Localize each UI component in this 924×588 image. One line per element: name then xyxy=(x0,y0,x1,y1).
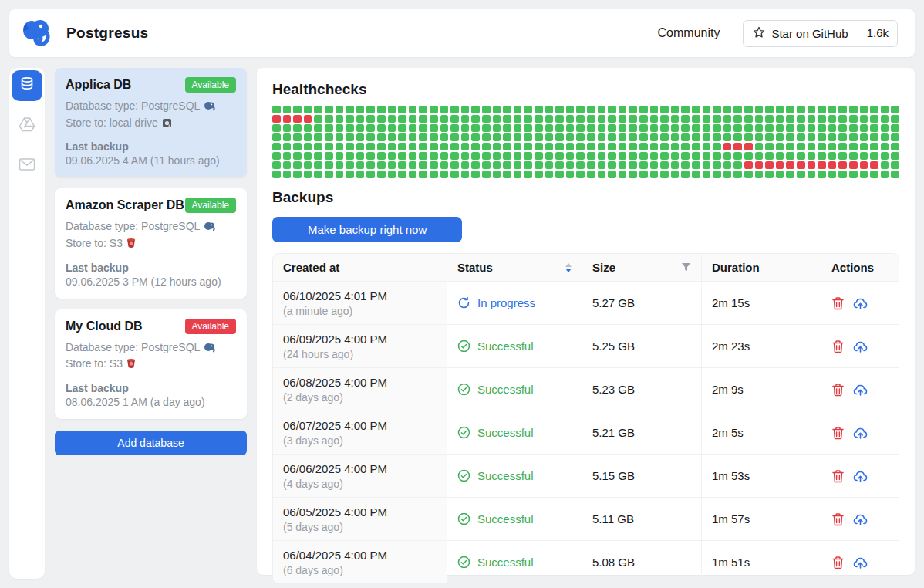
healthcheck-cell-ok[interactable] xyxy=(744,106,753,113)
healthcheck-cell-ok[interactable] xyxy=(838,124,847,132)
healthcheck-cell-ok[interactable] xyxy=(797,133,805,141)
healthcheck-cell-ok[interactable] xyxy=(692,124,700,132)
healthcheck-cell-ok[interactable] xyxy=(755,115,764,123)
healthcheck-cell-failed[interactable] xyxy=(828,161,837,169)
healthcheck-cell-ok[interactable] xyxy=(419,106,427,113)
restore-backup-button[interactable] xyxy=(853,512,868,526)
healthcheck-cell-ok[interactable] xyxy=(765,133,774,141)
healthcheck-cell-ok[interactable] xyxy=(650,124,659,132)
healthcheck-cell-ok[interactable] xyxy=(493,106,501,113)
healthcheck-cell-ok[interactable] xyxy=(388,143,396,150)
healthcheck-cell-ok[interactable] xyxy=(503,115,511,123)
healthcheck-cell-ok[interactable] xyxy=(703,152,711,160)
healthcheck-cell-ok[interactable] xyxy=(838,115,847,123)
healthcheck-cell-ok[interactable] xyxy=(314,152,322,160)
healthcheck-cell-ok[interactable] xyxy=(849,124,858,132)
healthcheck-cell-ok[interactable] xyxy=(356,161,365,169)
healthcheck-cell-ok[interactable] xyxy=(398,152,406,160)
healthcheck-cell-ok[interactable] xyxy=(493,152,501,160)
healthcheck-cell-ok[interactable] xyxy=(545,106,554,113)
healthcheck-cell-ok[interactable] xyxy=(671,124,680,132)
healthcheck-cell-ok[interactable] xyxy=(660,124,669,132)
delete-backup-button[interactable] xyxy=(831,296,845,310)
delete-backup-button[interactable] xyxy=(831,469,845,483)
healthcheck-cell-ok[interactable] xyxy=(314,115,322,123)
healthcheck-cell-ok[interactable] xyxy=(461,143,470,150)
healthcheck-cell-ok[interactable] xyxy=(503,133,511,141)
healthcheck-cell-ok[interactable] xyxy=(503,161,511,169)
healthcheck-cell-ok[interactable] xyxy=(849,115,858,123)
healthcheck-cell-ok[interactable] xyxy=(723,106,732,113)
healthcheck-cell-ok[interactable] xyxy=(860,124,868,132)
healthcheck-cell-ok[interactable] xyxy=(681,161,690,169)
healthcheck-cell-ok[interactable] xyxy=(681,152,690,160)
healthcheck-cell-ok[interactable] xyxy=(304,143,312,150)
database-card[interactable]: My Cloud DBAvailableDatabase type: Postg… xyxy=(55,309,247,419)
healthcheck-cell-ok[interactable] xyxy=(608,161,616,169)
healthcheck-cell-ok[interactable] xyxy=(692,152,700,160)
healthcheck-cell-ok[interactable] xyxy=(325,106,333,113)
healthcheck-cell-ok[interactable] xyxy=(272,161,281,169)
healthcheck-cell-ok[interactable] xyxy=(650,115,659,123)
healthcheck-cell-ok[interactable] xyxy=(639,133,648,141)
healthcheck-cell-ok[interactable] xyxy=(713,106,721,113)
healthcheck-cell-ok[interactable] xyxy=(471,106,480,113)
healthcheck-cell-ok[interactable] xyxy=(650,106,659,113)
healthcheck-cell-failed[interactable] xyxy=(818,161,826,169)
healthcheck-cell-ok[interactable] xyxy=(733,161,742,169)
healthcheck-cell-ok[interactable] xyxy=(314,133,322,141)
healthcheck-cell-ok[interactable] xyxy=(629,133,637,141)
healthcheck-cell-ok[interactable] xyxy=(409,106,417,113)
healthcheck-cell-ok[interactable] xyxy=(430,171,438,178)
healthcheck-cell-ok[interactable] xyxy=(776,133,784,141)
healthcheck-cell-ok[interactable] xyxy=(346,161,354,169)
healthcheck-cell-ok[interactable] xyxy=(377,124,386,132)
healthcheck-cell-failed[interactable] xyxy=(272,115,281,123)
healthcheck-cell-ok[interactable] xyxy=(545,143,554,150)
healthcheck-cell-ok[interactable] xyxy=(797,143,805,150)
healthcheck-cell-ok[interactable] xyxy=(545,115,554,123)
healthcheck-cell-ok[interactable] xyxy=(639,152,648,160)
healthcheck-cell-failed[interactable] xyxy=(304,115,312,123)
healthcheck-cell-ok[interactable] xyxy=(881,171,889,178)
healthcheck-cell-failed[interactable] xyxy=(755,161,764,169)
healthcheck-cell-ok[interactable] xyxy=(744,171,753,178)
healthcheck-cell-ok[interactable] xyxy=(503,143,511,150)
healthcheck-cell-ok[interactable] xyxy=(555,124,564,132)
healthcheck-cell-ok[interactable] xyxy=(346,133,354,141)
healthcheck-cell-ok[interactable] xyxy=(808,152,816,160)
healthcheck-cell-ok[interactable] xyxy=(377,171,386,178)
healthcheck-cell-ok[interactable] xyxy=(703,171,711,178)
healthcheck-cell-ok[interactable] xyxy=(765,171,774,178)
healthcheck-cell-ok[interactable] xyxy=(598,124,606,132)
restore-backup-button[interactable] xyxy=(853,296,868,310)
healthcheck-cell-ok[interactable] xyxy=(744,152,753,160)
healthcheck-cell-ok[interactable] xyxy=(786,106,794,113)
sidebar-item-notifications[interactable] xyxy=(12,150,42,181)
healthcheck-cell-ok[interactable] xyxy=(398,115,406,123)
healthcheck-cell-ok[interactable] xyxy=(619,152,627,160)
healthcheck-cell-failed[interactable] xyxy=(838,161,847,169)
healthcheck-cell-ok[interactable] xyxy=(860,106,868,113)
healthcheck-cell-ok[interactable] xyxy=(870,115,878,123)
healthcheck-cell-ok[interactable] xyxy=(639,124,648,132)
healthcheck-cell-ok[interactable] xyxy=(828,115,837,123)
healthcheck-cell-ok[interactable] xyxy=(808,171,816,178)
healthcheck-cell-ok[interactable] xyxy=(524,133,532,141)
healthcheck-cell-ok[interactable] xyxy=(723,152,732,160)
healthcheck-cell-ok[interactable] xyxy=(870,106,878,113)
healthcheck-cell-ok[interactable] xyxy=(870,124,878,132)
healthcheck-cell-ok[interactable] xyxy=(576,171,585,178)
healthcheck-cell-ok[interactable] xyxy=(733,124,742,132)
healthcheck-cell-ok[interactable] xyxy=(891,143,899,150)
healthcheck-cell-ok[interactable] xyxy=(514,133,522,141)
healthcheck-cell-ok[interactable] xyxy=(388,124,396,132)
healthcheck-cell-ok[interactable] xyxy=(482,133,491,141)
healthcheck-cell-ok[interactable] xyxy=(849,143,858,150)
healthcheck-cell-ok[interactable] xyxy=(849,171,858,178)
healthcheck-cell-ok[interactable] xyxy=(650,152,659,160)
healthcheck-cell-ok[interactable] xyxy=(818,115,826,123)
healthcheck-cell-ok[interactable] xyxy=(765,124,774,132)
healthcheck-cell-ok[interactable] xyxy=(430,133,438,141)
healthcheck-cell-ok[interactable] xyxy=(503,171,511,178)
